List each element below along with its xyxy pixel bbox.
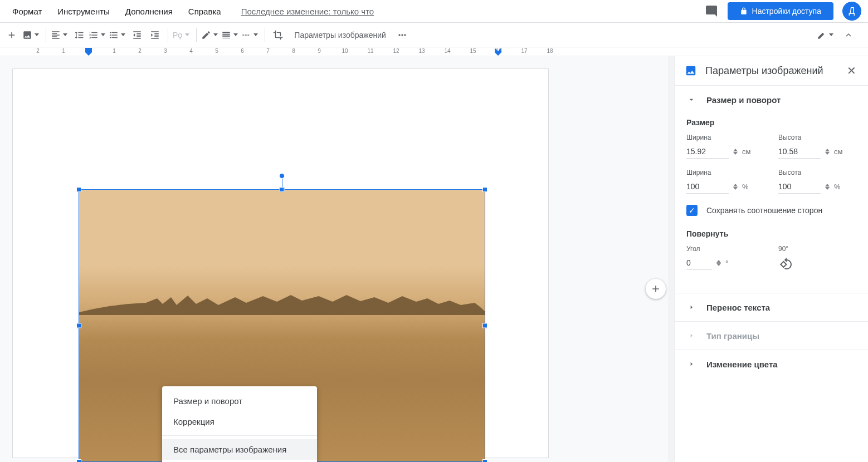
stepper[interactable] (825, 184, 830, 190)
separator (265, 28, 265, 42)
align-button[interactable] (51, 27, 70, 43)
menu-format[interactable]: Формат (7, 3, 47, 19)
context-menu: Размер и поворот Коррекция Все параметры… (162, 386, 317, 462)
ruler-tick: 11 (367, 48, 373, 54)
height-pct-input[interactable] (778, 180, 821, 194)
ruler-tick: 7 (266, 48, 270, 54)
menu-tools[interactable]: Инструменты (52, 3, 115, 19)
editing-mode-button[interactable] (817, 27, 836, 43)
ruler[interactable]: 2 1 1 2 3 4 5 6 7 8 9 10 11 12 13 14 15 … (0, 47, 868, 56)
decrease-indent-button[interactable] (129, 27, 145, 43)
stepper[interactable] (733, 184, 738, 190)
avatar[interactable]: Д (842, 2, 861, 21)
ruler-tick: 10 (342, 48, 348, 54)
menu-addons[interactable]: Дополнения (120, 3, 178, 19)
resize-handle-ne[interactable] (482, 187, 487, 192)
numbered-list-button[interactable] (89, 27, 108, 43)
border-weight-button[interactable] (221, 27, 240, 43)
section-title: Перенос текста (706, 303, 770, 312)
ruler-tick: 14 (444, 48, 450, 54)
ctx-correction[interactable]: Коррекция (162, 411, 317, 432)
section-border-type: Тип границы (675, 321, 868, 350)
more-toolbar-icon[interactable] (394, 27, 411, 43)
ruler-tick: 3 (164, 48, 167, 54)
ruler-tick: 18 (547, 48, 553, 54)
unit-pct: % (834, 183, 841, 191)
width-label: Ширина (686, 134, 765, 141)
insert-element-button[interactable] (4, 27, 21, 43)
ctx-size-rotate[interactable]: Размер и поворот (162, 391, 317, 411)
section-color-change-header[interactable]: Изменение цвета (675, 350, 868, 378)
ruler-tick: 9 (318, 48, 321, 54)
resize-handle-w[interactable] (76, 323, 81, 328)
increase-indent-button[interactable] (147, 27, 163, 43)
resize-handle-e[interactable] (482, 323, 487, 328)
keep-ratio-checkbox[interactable]: ✓ (686, 205, 698, 216)
border-dash-button[interactable] (241, 27, 260, 43)
rotate-90-label: 90° (778, 245, 857, 253)
section-body: Размер Ширина см Высота (675, 118, 868, 293)
ruler-tick: 1 (113, 48, 116, 54)
share-button[interactable]: Настройки доступа (728, 2, 833, 20)
section-size-rotate-header[interactable]: Размер и поворот (675, 86, 868, 114)
chevron-down-icon (686, 95, 696, 105)
stepper[interactable] (716, 260, 721, 266)
resize-handle-n[interactable] (280, 187, 285, 192)
crop-image-button[interactable] (270, 27, 286, 43)
rotation-handle[interactable] (279, 173, 285, 179)
comments-icon[interactable] (704, 4, 719, 18)
clear-formatting-button[interactable]: Рϙ (173, 27, 192, 43)
document-area[interactable]: Размер и поворот Коррекция Все параметры… (0, 56, 675, 462)
ruler-tick: 2 (36, 48, 40, 54)
stepper[interactable] (733, 149, 738, 155)
image-options-panel: Параметры изображений ✕ Размер и поворот… (675, 56, 868, 462)
unit-pct: % (742, 183, 749, 191)
insert-image-button[interactable] (22, 27, 41, 43)
collapse-toolbar-icon[interactable] (840, 27, 857, 43)
menu-help[interactable]: Справка (183, 3, 227, 19)
keep-ratio-label: Сохранять соотношение сторон (706, 206, 822, 215)
toolbar: Рϙ Параметры изображений (0, 22, 868, 47)
svg-point-0 (398, 34, 400, 36)
chevron-right-icon (686, 302, 696, 312)
section-size-rotate: Размер и поворот Размер Ширина см Высота (675, 85, 868, 293)
height-pct-label: Высота (778, 169, 857, 176)
last-edit-link[interactable]: Последнее изменение: только что (241, 7, 374, 16)
ctx-all-options[interactable]: Все параметры изображения (162, 439, 317, 460)
separator (46, 28, 46, 42)
stepper[interactable] (825, 149, 830, 155)
image-options-label[interactable]: Параметры изображений (287, 31, 393, 40)
separator (196, 28, 197, 42)
unit-cm: см (834, 148, 842, 156)
rotate-90-button[interactable] (778, 256, 794, 272)
width-cm-input[interactable] (686, 145, 729, 159)
ruler-indent-marker-right[interactable] (495, 48, 501, 56)
section-title: Размер и поворот (706, 95, 781, 105)
size-subheader: Размер (686, 118, 857, 127)
resize-handle-nw[interactable] (76, 187, 81, 192)
ruler-indent-marker-left[interactable] (85, 48, 92, 56)
scrollbar[interactable] (668, 56, 675, 462)
border-color-button[interactable] (201, 27, 220, 43)
ruler-tick: 13 (418, 48, 425, 54)
section-text-wrap-header[interactable]: Перенос текста (675, 293, 868, 321)
svg-point-1 (401, 34, 403, 36)
ruler-tick: 6 (241, 48, 244, 54)
resize-handle-sw[interactable] (76, 459, 81, 462)
ruler-tick: 1 (62, 48, 65, 54)
section-title: Изменение цвета (706, 360, 778, 369)
image-icon (684, 64, 698, 77)
angle-input[interactable] (686, 256, 712, 270)
line-spacing-button[interactable] (71, 27, 87, 43)
unit-deg: ° (725, 259, 728, 267)
chevron-right-icon (686, 331, 696, 341)
panel-close-button[interactable]: ✕ (843, 63, 859, 78)
bulleted-list-button[interactable] (109, 27, 128, 43)
separator (162, 435, 317, 436)
width-pct-input[interactable] (686, 180, 729, 194)
svg-point-2 (404, 34, 406, 36)
resize-handle-se[interactable] (482, 459, 487, 462)
add-comment-fab[interactable] (646, 279, 666, 299)
height-cm-input[interactable] (778, 145, 821, 159)
section-border-type-header[interactable]: Тип границы (675, 322, 868, 350)
